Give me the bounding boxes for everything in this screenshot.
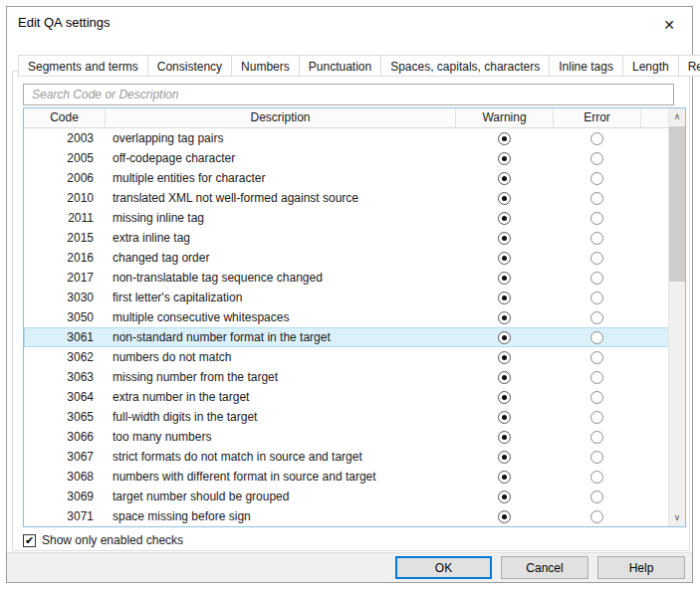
warning-radio[interactable]	[498, 491, 511, 503]
error-radio[interactable]	[590, 471, 603, 484]
cell-code: 3050	[24, 310, 105, 324]
table-row[interactable]: 3068numbers with different format in sou…	[24, 467, 670, 487]
table-row[interactable]: 3063missing number from the target	[24, 367, 670, 387]
cell-error	[553, 152, 640, 165]
help-button[interactable]: Help	[597, 556, 685, 579]
cell-warning	[455, 411, 553, 424]
error-radio[interactable]	[590, 391, 603, 404]
error-radio[interactable]	[590, 132, 603, 145]
warning-radio[interactable]	[498, 232, 511, 245]
warning-radio[interactable]	[498, 152, 511, 165]
tab-spaces-capitals-characters[interactable]: Spaces, capitals, characters	[380, 55, 550, 77]
table-row[interactable]: 3067strict formats do not match in sourc…	[24, 447, 670, 467]
error-radio[interactable]	[590, 451, 603, 464]
cell-warning	[455, 371, 553, 384]
vertical-scrollbar[interactable]: ∧ ∨	[668, 108, 685, 526]
table-row[interactable]: 3066too many numbers	[24, 427, 670, 447]
table-row[interactable]: 3030first letter's capitalization	[24, 288, 670, 307]
tab-length[interactable]: Length	[622, 55, 679, 77]
warning-radio[interactable]	[498, 311, 511, 324]
tab-punctuation[interactable]: Punctuation	[299, 55, 381, 77]
close-icon[interactable]: ✕	[658, 14, 680, 36]
warning-radio[interactable]	[498, 272, 511, 285]
warning-radio[interactable]	[498, 510, 511, 523]
error-radio[interactable]	[590, 431, 603, 444]
error-radio[interactable]	[590, 510, 603, 523]
warning-radio[interactable]	[498, 411, 511, 424]
column-header-error[interactable]: Error	[553, 108, 640, 127]
error-radio[interactable]	[590, 252, 603, 265]
cell-error	[553, 272, 640, 285]
error-radio[interactable]	[590, 411, 603, 424]
table-row[interactable]: 3069target number should be grouped	[24, 487, 670, 506]
error-radio[interactable]	[590, 272, 603, 285]
warning-radio[interactable]	[498, 172, 511, 185]
column-header-warning[interactable]: Warning	[455, 108, 553, 127]
cell-description: numbers with different format in source …	[105, 470, 455, 484]
table-row[interactable]: 2006multiple entities for character	[24, 168, 670, 188]
table-row[interactable]: 2005off-codepage character	[24, 148, 670, 168]
search-input[interactable]	[23, 84, 674, 105]
scrollbar-thumb[interactable]	[669, 126, 685, 282]
table-row[interactable]: 3064extra number in the target	[24, 387, 670, 407]
column-header-description[interactable]: Description	[105, 108, 455, 127]
warning-radio[interactable]	[498, 351, 511, 364]
cancel-button[interactable]: Cancel	[501, 556, 588, 579]
warning-radio[interactable]	[498, 212, 511, 225]
cell-warning	[455, 132, 553, 145]
cell-description: changed tag order	[105, 251, 455, 265]
warning-radio[interactable]	[498, 431, 511, 444]
tab-numbers[interactable]: Numbers	[231, 55, 300, 77]
cell-error	[553, 252, 640, 265]
warning-radio[interactable]	[498, 132, 511, 145]
cell-warning	[455, 212, 553, 225]
table-row[interactable]: 2010translated XML not well-formed again…	[24, 188, 670, 208]
error-radio[interactable]	[590, 371, 603, 384]
table-row[interactable]: 2016changed tag order	[24, 248, 670, 268]
tab-segments-and-terms[interactable]: Segments and terms	[18, 55, 148, 77]
warning-radio[interactable]	[498, 451, 511, 464]
error-radio[interactable]	[590, 292, 603, 304]
warning-radio[interactable]	[498, 292, 511, 304]
scrollbar-up-icon[interactable]: ∧	[669, 108, 685, 125]
table-row[interactable]: 2011missing inline tag	[24, 208, 670, 228]
error-radio[interactable]	[590, 212, 603, 225]
cell-code: 3063	[24, 370, 105, 384]
show-only-enabled-checkbox[interactable]: ✔	[23, 534, 36, 547]
column-header-code[interactable]: Code	[24, 108, 105, 127]
error-radio[interactable]	[590, 491, 603, 503]
table-row[interactable]: 2003overlapping tag pairs	[24, 128, 670, 148]
cell-error	[553, 331, 640, 344]
cell-warning	[455, 351, 553, 364]
table-row[interactable]: 2017non-translatable tag sequence change…	[24, 268, 670, 288]
warning-radio[interactable]	[498, 391, 511, 404]
cell-error	[553, 411, 640, 424]
error-radio[interactable]	[590, 172, 603, 185]
warning-radio[interactable]	[498, 471, 511, 484]
warning-radio[interactable]	[498, 331, 511, 344]
scrollbar-down-icon[interactable]: ∨	[669, 509, 685, 526]
cell-warning	[455, 431, 553, 444]
table-row[interactable]: 3065full-width digits in the target	[24, 407, 670, 427]
error-radio[interactable]	[590, 311, 603, 324]
cell-description: extra number in the target	[105, 390, 455, 404]
table-row[interactable]: 3062numbers do not match	[24, 347, 670, 367]
warning-radio[interactable]	[498, 371, 511, 384]
warning-radio[interactable]	[498, 192, 511, 205]
table-row[interactable]: 3050multiple consecutive whitespaces	[24, 307, 670, 327]
error-radio[interactable]	[590, 331, 603, 344]
cell-code: 2011	[24, 211, 105, 225]
tab-inline-tags[interactable]: Inline tags	[549, 55, 623, 77]
warning-radio[interactable]	[498, 252, 511, 265]
cell-error	[553, 192, 640, 205]
error-radio[interactable]	[590, 351, 603, 364]
ok-button[interactable]: OK	[395, 556, 492, 579]
tab-consistency[interactable]: Consistency	[147, 55, 232, 77]
tab-regex[interactable]: Regex	[678, 55, 700, 77]
table-row[interactable]: 2015extra inline tag	[24, 228, 670, 248]
error-radio[interactable]	[590, 192, 603, 205]
table-row[interactable]: 3071space missing before sign	[24, 506, 670, 526]
error-radio[interactable]	[590, 232, 603, 245]
table-row[interactable]: 3061non-standard number format in the ta…	[24, 327, 670, 347]
error-radio[interactable]	[590, 152, 603, 165]
